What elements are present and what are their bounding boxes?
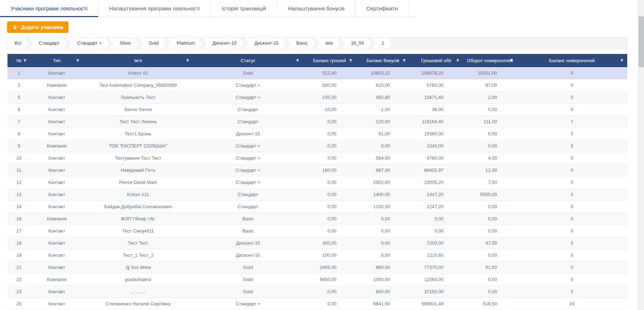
table-row[interactable]: 23Контакт... ... ...Gold0,00850,0037150,… — [7, 286, 627, 298]
cell-r8-c3: Стандарт + — [193, 164, 303, 176]
filter-chip-10[interactable]: 16_04 — [341, 38, 371, 49]
table-row[interactable]: 6КонтактServio ServioСтандарт-10,00-1,00… — [7, 104, 627, 116]
table-row[interactable]: 14КонтактБайдак Добрибій СоломоновичСтан… — [7, 201, 627, 213]
filter-chip-5[interactable]: Platinum — [167, 38, 202, 49]
cell-r6-c6: 2340,00 — [410, 140, 463, 152]
column-header-1[interactable]: Тип — [30, 54, 83, 67]
column-header-6[interactable]: Грошовий обіг — [410, 54, 463, 67]
table-row[interactable]: 25КонтактСтепаненко Наталія СергіївнаСта… — [7, 298, 627, 310]
column-header-2[interactable]: Ім'я — [83, 54, 193, 67]
table-row[interactable]: 2КомпаніяTest Automation Company_9565008… — [7, 79, 627, 91]
filter-funnel-icon[interactable] — [456, 59, 460, 63]
column-header-label: Статус — [240, 58, 255, 63]
cell-r9-c4: 0,00 — [303, 176, 356, 188]
filter-funnel-icon[interactable] — [23, 59, 27, 63]
cell-r16-c5: 660,00 — [356, 261, 410, 273]
filter-chip-4[interactable]: Gold — [139, 38, 166, 49]
cell-r3-c6: 36,00 — [410, 104, 463, 115]
column-header-label: Баланс номероночей — [549, 58, 595, 63]
cell-r6-c2: ТОВ "ЕКСПЕРТ СОЛЮШН" — [83, 140, 193, 152]
cell-r11-c0: 14 — [7, 201, 30, 212]
column-header-7[interactable]: Оборот номероночей — [463, 54, 517, 67]
cell-r19-c5: 6641,50 — [356, 298, 410, 310]
cell-r0-c0: 1 — [7, 67, 30, 79]
cell-r9-c5: 2502,00 — [356, 176, 410, 188]
cell-r1-c7: 87,00 — [463, 79, 517, 91]
cell-r14-c7: 47,00 — [463, 237, 517, 249]
table-row[interactable]: 21КонтактJjj Sss WwwGold2405,00660,00773… — [7, 261, 627, 274]
filter-funnel-icon[interactable] — [295, 59, 300, 63]
table-row[interactable]: 7КонтактТест Тест ЛипеньСтандарт0,00120,… — [7, 116, 627, 128]
table-row[interactable]: 11КонтактНевідомий ГістьСтандарт +180,00… — [7, 164, 627, 176]
table-row[interactable]: 18КонтактТест ТестДисконт-10300,000,0072… — [7, 237, 627, 249]
column-header-5[interactable]: Баланс бонусів — [356, 54, 410, 67]
cell-r7-c8: 0 — [517, 152, 627, 164]
tab-3[interactable]: Налаштування бонусів — [277, 0, 356, 17]
table-row[interactable]: 12КонтактPierce David MarkСтандарт +0,00… — [7, 176, 627, 189]
filter-chip-1[interactable]: Стандарт — [29, 38, 66, 49]
cell-r15-c3: Дисконт-10 — [193, 249, 303, 261]
table-row[interactable]: 8КонтактТест1 БроньДисконт-150,0091,0019… — [7, 128, 627, 140]
cell-r10-c3: Стандарт — [193, 189, 303, 200]
cell-r10-c5: 1400,00 — [356, 189, 410, 200]
filter-chip-3[interactable]: Silver — [110, 38, 138, 49]
cell-r3-c1: Контакт — [30, 104, 83, 115]
tab-4[interactable]: Сертифікати — [356, 0, 409, 17]
cell-r13-c1: Контакт — [30, 225, 83, 237]
cell-r4-c7: 111,00 — [463, 116, 517, 128]
table-row[interactable]: 13КонтактКлієнт #11Стандарт0,001400,0014… — [7, 189, 627, 201]
cell-r18-c4: 0,00 — [303, 286, 356, 298]
add-member-button[interactable]: Додати учасника — [7, 21, 69, 33]
vertical-scrollbar[interactable] — [638, 0, 644, 310]
cell-r16-c1: Контакт — [30, 261, 83, 273]
cell-r5-c7: 0,00 — [463, 128, 517, 140]
filter-funnel-icon[interactable] — [76, 59, 80, 63]
cell-r18-c0: 23 — [7, 286, 30, 298]
toolbar: Додати учасника — [0, 17, 644, 33]
column-header-label: Баланс грошей — [313, 58, 346, 63]
filter-funnel-icon[interactable] — [186, 59, 190, 63]
filter-chip-8[interactable]: Basic — [287, 38, 315, 49]
filter-chip-6[interactable]: Дисконт-10 — [203, 38, 244, 49]
cell-r1-c4: 500,00 — [303, 79, 356, 91]
table-row[interactable]: 19КонтактТест_1 Тест_2Дисконт-10100,000,… — [7, 249, 627, 261]
table-row[interactable]: 22КомпаніяpostachatestGold9950,001000,00… — [7, 274, 627, 286]
column-header-3[interactable]: Статус — [193, 54, 303, 67]
filter-chip-7[interactable]: Дисконт-15 — [245, 38, 286, 49]
cell-r19-c4: 0,00 — [303, 298, 356, 310]
filter-funnel-icon[interactable] — [349, 59, 353, 63]
column-header-0[interactable]: № — [7, 54, 30, 67]
cell-r13-c4: 0,00 — [303, 225, 356, 237]
tab-0[interactable]: Учасники програми лояльності — [0, 0, 98, 17]
cell-r14-c3: Дисконт-10 — [193, 237, 303, 249]
cell-r8-c2: Невідомий Гість — [83, 164, 193, 176]
table-row[interactable]: 1КонтактКлієнт #2Gold522,8010603,3219967… — [7, 67, 627, 79]
column-header-8[interactable]: Баланс номероночей — [517, 54, 627, 67]
filter-chip-9[interactable]: tets — [316, 38, 340, 49]
filter-funnel-icon[interactable] — [509, 59, 513, 63]
table-row[interactable]: 16КомпаніяФОП Гібнер І.М.Basic0,000,000,… — [7, 213, 627, 225]
column-header-4[interactable]: Баланс грошей — [303, 54, 356, 67]
cell-r1-c5: 610,00 — [356, 79, 410, 91]
table-row[interactable]: 5КонтактЛояльність ТестСтандарт +235,004… — [7, 91, 627, 104]
scrollbar-thumb[interactable] — [639, 16, 644, 67]
cell-r7-c0: 10 — [7, 152, 30, 164]
table-row[interactable]: 17КонтактТест Смоук011Basic0,000,000,000… — [7, 225, 627, 237]
add-member-label: Додати учасника — [21, 24, 63, 30]
cell-r16-c0: 21 — [7, 261, 30, 273]
table-row[interactable]: 9КомпаніяТОВ "ЕКСПЕРТ СОЛЮШН"Стандарт +0… — [7, 140, 627, 152]
filter-chip-2[interactable]: Стандарт + — [67, 38, 109, 49]
cell-r14-c6: 7200,00 — [410, 237, 463, 249]
filter-chip-11[interactable]: 1 — [372, 38, 391, 49]
cell-r11-c3: Стандарт — [193, 201, 303, 212]
tab-2[interactable]: Історія транзакцій — [211, 0, 277, 17]
column-header-label: Тип — [53, 58, 61, 63]
table-row[interactable]: 10КонтактТестування Тест ТестСтандарт +0… — [7, 152, 627, 164]
cell-r2-c7: 2,00 — [463, 91, 517, 103]
filter-chip-0[interactable]: Всі — [8, 38, 28, 49]
cell-r0-c8: 0 — [517, 67, 627, 79]
tab-1[interactable]: Налаштування програми лояльності — [98, 0, 211, 17]
cell-r13-c8: 0 — [517, 225, 627, 237]
filter-funnel-icon[interactable] — [620, 59, 624, 63]
filter-funnel-icon[interactable] — [402, 59, 406, 63]
